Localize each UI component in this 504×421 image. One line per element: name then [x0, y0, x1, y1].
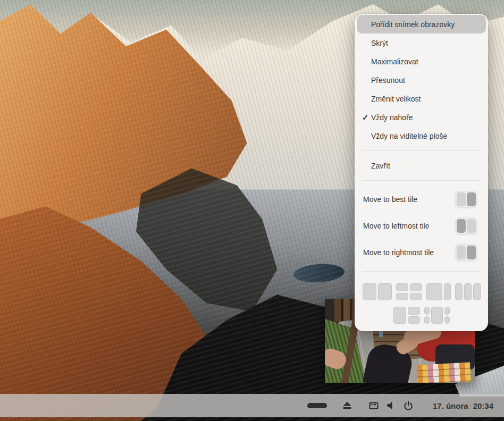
ethernet-icon[interactable] — [368, 400, 379, 411]
window-context-menu: ✓ Pořídit snímek obrazovky ✓ Skrýt ✓ Max… — [355, 14, 488, 331]
tile-cell — [473, 283, 481, 300]
tile-pane-right — [467, 246, 476, 259]
tile-cell — [444, 316, 450, 324]
tile-layout-three-columns-icon[interactable] — [455, 283, 481, 300]
tile-layout-side-stacks-center-icon[interactable] — [424, 307, 450, 324]
tile-cell — [396, 293, 408, 301]
tile-pane-right — [467, 192, 476, 206]
tile-action-label: Move to best tile — [363, 195, 417, 204]
tile-action-label: Move to rightmost tile — [363, 248, 434, 257]
tile-layout-two-columns-icon[interactable] — [363, 283, 392, 300]
tile-cell — [396, 283, 408, 291]
tile-cell — [378, 283, 392, 300]
menu-item-take-screenshot[interactable]: ✓ Pořídit snímek obrazovky — [357, 15, 486, 33]
power-icon[interactable] — [403, 400, 414, 411]
tile-layout-wide-left-icon[interactable] — [426, 283, 451, 300]
menu-item-always-on-visible-workspace[interactable]: ✓ Vždy na viditelné ploše — [357, 127, 486, 145]
tile-pane-left — [457, 219, 466, 233]
menu-item-move-to-leftmost-tile[interactable]: Move to leftmost tile — [355, 213, 488, 239]
tile-leftmost-icon — [455, 217, 477, 234]
tile-pane-left — [457, 246, 466, 259]
menu-item-label: Vždy nahoře — [371, 113, 413, 122]
menu-item-label: Pořídit snímek obrazovky — [371, 20, 455, 29]
tile-cell — [455, 283, 463, 300]
tile-cell — [410, 293, 422, 301]
clock[interactable]: 17. února 20:34 — [433, 401, 493, 410]
tile-cell — [424, 307, 430, 315]
checkmark-icon: ✓ — [362, 113, 369, 122]
menu-item-label: Skrýt — [371, 39, 388, 47]
menu-item-resize[interactable]: ✓ Změnit velikost — [357, 89, 486, 108]
panel-date: 17. února — [433, 401, 468, 410]
tile-pane-left — [457, 192, 466, 206]
tile-cell — [408, 307, 420, 315]
menu-item-label: Zavřít — [371, 162, 390, 170]
menu-item-hide[interactable]: ✓ Skrýt — [357, 33, 486, 52]
menu-item-move[interactable]: ✓ Přesunout — [357, 71, 486, 89]
menu-item-label: Vždy na viditelné ploše — [371, 132, 447, 140]
tile-cell — [424, 316, 430, 324]
menu-item-close[interactable]: ✓ Zavřít — [357, 156, 486, 175]
menu-item-label: Maximalizovat — [371, 57, 418, 66]
tile-layout-palette — [355, 277, 488, 324]
tile-layout-row-2 — [393, 307, 450, 324]
window-pill-icon[interactable] — [307, 403, 327, 408]
volume-icon[interactable] — [386, 400, 397, 411]
photo-mosaic-tiles — [417, 362, 471, 383]
tile-layout-quad-grid-icon[interactable] — [396, 283, 422, 300]
tile-cell — [444, 307, 450, 315]
menu-item-label: Změnit velikost — [371, 95, 421, 103]
menu-separator — [362, 180, 481, 181]
panel-time: 20:34 — [473, 401, 493, 410]
tile-layout-row-1 — [363, 283, 481, 300]
tile-action-label: Move to leftmost tile — [363, 222, 430, 230]
tile-cell — [410, 283, 422, 291]
tile-best-icon — [455, 191, 477, 208]
panel-tray: 17. února 20:34 — [307, 400, 493, 411]
menu-item-maximize[interactable]: ✓ Maximalizovat — [357, 52, 486, 71]
tile-cell — [426, 283, 442, 300]
menu-item-label: Přesunout — [371, 76, 405, 85]
menu-separator — [362, 150, 481, 151]
tile-cell — [363, 283, 376, 300]
menu-item-move-to-rightmost-tile[interactable]: Move to rightmost tile — [355, 239, 488, 266]
eject-icon[interactable] — [342, 400, 352, 411]
menu-separator — [362, 271, 481, 272]
tile-pane-right — [467, 219, 476, 233]
tile-rightmost-icon — [455, 244, 477, 261]
tile-layout-left-plus-stacked-icon[interactable] — [393, 307, 420, 324]
bottom-panel: 17. února 20:34 — [0, 394, 504, 417]
tile-cell — [464, 283, 472, 300]
menu-item-always-on-top[interactable]: ✓ Vždy nahoře — [357, 108, 486, 127]
tile-cell — [444, 283, 451, 300]
tile-cell — [393, 307, 406, 324]
tile-cell — [408, 316, 420, 324]
tile-cell — [431, 307, 443, 324]
menu-item-move-to-best-tile[interactable]: Move to best tile — [355, 186, 488, 213]
